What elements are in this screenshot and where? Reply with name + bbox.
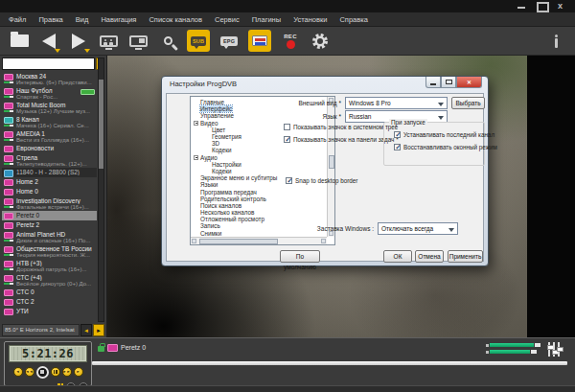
next-satellite-button[interactable]: ►: [93, 324, 104, 336]
channel-list-item[interactable]: УТИ: [2, 307, 97, 316]
open-button[interactable]: [9, 29, 30, 54]
settings-button[interactable]: [310, 29, 331, 54]
maximize-icon[interactable]: [536, 2, 546, 10]
desktop-mode-button[interactable]: [127, 29, 149, 54]
folder-icon: [11, 35, 29, 47]
channel-list-item[interactable]: Евроновости: [2, 144, 97, 153]
close-icon[interactable]: x: [555, 2, 565, 10]
ok-button[interactable]: ОК: [383, 250, 412, 263]
option-checkbox-row[interactable]: Показывать значок на панели задач *: [284, 135, 399, 144]
multiview-button[interactable]: [98, 29, 119, 54]
appearance-combobox[interactable]: Windows 8 Pro: [345, 97, 448, 109]
stop-button[interactable]: [36, 366, 49, 379]
previous-satellite-button[interactable]: ◄: [80, 324, 92, 336]
scrollbar-thumb[interactable]: [99, 80, 104, 169]
channel-name: СТС 0: [16, 288, 95, 295]
channel-list-item[interactable]: Наш Футбол Спартак - Рос...: [2, 86, 97, 101]
info-button[interactable]: [545, 29, 566, 54]
minimize-icon[interactable]: [517, 2, 527, 10]
subtitles-button[interactable]: SUB: [187, 30, 210, 52]
channel-list-item[interactable]: Home 2: [2, 177, 97, 187]
startup-checkbox-row[interactable]: Устанавливать последний канал: [394, 130, 497, 139]
scrollbar-thumb[interactable]: [329, 155, 334, 169]
tree-item[interactable]: Кодеки: [193, 168, 326, 174]
startup-checkbox[interactable]: [394, 131, 401, 138]
next-channel-button[interactable]: [68, 29, 89, 54]
dialog-maximize-icon[interactable]: [441, 77, 456, 88]
seek-bar[interactable]: [92, 361, 567, 365]
screensaver-label: Заставка Windows :: [282, 222, 374, 235]
snap-checkbox-row[interactable]: Snap to desktop border: [286, 176, 357, 185]
tree-item[interactable]: Кодеки: [193, 147, 326, 153]
epg-button[interactable]: EPG: [218, 29, 240, 54]
menu-item[interactable]: Справка: [339, 15, 367, 24]
record-button[interactable]: REC: [280, 29, 301, 54]
startup-checkbox-row[interactable]: Восстанавливать оконный режим: [394, 143, 497, 151]
channel-search-input[interactable]: [2, 58, 95, 70]
channel-list-item[interactable]: AMEDIA 1 Вести из Голливуда (16+)...: [2, 129, 97, 144]
channel-list-item[interactable]: СТС 0: [2, 288, 97, 297]
channel-list-item[interactable]: Peretz 2: [2, 220, 97, 230]
tree-item[interactable]: Родительский контроль: [193, 196, 326, 202]
previous-track-button[interactable]: ◄: [13, 367, 23, 377]
channel-list-item[interactable]: Home 0: [2, 187, 97, 196]
scroll-right-icon[interactable]: [321, 239, 326, 243]
channel-list-item[interactable]: Стрела Телепутеводитель. (12+)...: [2, 153, 97, 168]
next-track-button[interactable]: ►: [74, 367, 83, 377]
screensaver-combobox[interactable]: Отключать всегда: [378, 222, 458, 235]
search-button[interactable]: [157, 29, 178, 54]
channel-list-item[interactable]: Peretz 0: [2, 211, 97, 220]
tree-expander-icon[interactable]: [194, 155, 198, 160]
current-channel-label: Peretz 0: [121, 344, 146, 351]
scrollbar-thumb[interactable]: [199, 239, 278, 244]
scroll-left-icon[interactable]: [192, 239, 196, 243]
channel-list-item[interactable]: 8 Канал Мачеха (16+) Сериал. Се...: [2, 115, 97, 129]
menu-item[interactable]: Установки: [293, 15, 327, 24]
equalizer-icon[interactable]: [546, 342, 562, 357]
menu-item[interactable]: Сервис: [215, 15, 240, 24]
channel-list-item[interactable]: Investigation Discovery Фатальные встреч…: [2, 196, 97, 211]
channel-list-item[interactable]: Общественное ТВ России Теория невероятно…: [2, 244, 97, 259]
menu-item[interactable]: Правка: [38, 15, 62, 24]
channel-list-item[interactable]: 11840 - H - 28800 (S2): [2, 168, 97, 177]
channel-list-item[interactable]: Москва 24 Интервью. (6+) Представи...: [2, 72, 97, 86]
tree-item[interactable]: Аудио: [193, 154, 326, 161]
tree-item[interactable]: Поиск каналов: [193, 202, 326, 209]
tree-horizontal-scrollbar[interactable]: [191, 237, 327, 244]
channel-list-item[interactable]: Total Music Boom Музыка (12+) Лучшие муз…: [2, 101, 97, 115]
channel-list-item[interactable]: НТВ (+3) Дорожный патруль (16+)...: [2, 259, 97, 273]
fast-forward-button[interactable]: ►►: [62, 367, 72, 377]
tree-item-label: Цвет: [212, 127, 225, 133]
menu-item[interactable]: Плагины: [252, 15, 281, 24]
menu-item[interactable]: Файл: [9, 15, 26, 24]
pause-button[interactable]: [51, 367, 60, 377]
tree-expander-icon[interactable]: [194, 121, 198, 126]
channel-list-item[interactable]: СТС (+4) Весёлое диноутро (0+) До...: [2, 273, 97, 288]
menu-item[interactable]: Список каналов: [149, 15, 202, 24]
defaults-button[interactable]: По умолчанию: [280, 250, 320, 263]
choose-skin-button[interactable]: Выбрать: [451, 97, 485, 109]
previous-channel-button[interactable]: [38, 29, 59, 54]
channel-icon: [4, 179, 13, 186]
startup-checkbox[interactable]: [394, 144, 401, 150]
tree-item[interactable]: Программа передач: [193, 188, 326, 195]
cancel-button[interactable]: Отмена: [415, 250, 444, 263]
channel-list-item[interactable]: СТС 2: [2, 297, 97, 307]
program-progress-bar: [4, 206, 13, 208]
menu-item[interactable]: Вид: [76, 15, 89, 24]
apply-button[interactable]: Применить: [448, 250, 483, 263]
tree-item[interactable]: Настройки: [193, 161, 326, 168]
option-checkbox-row[interactable]: Показывать значок в системном трее: [284, 123, 398, 131]
rewind-button[interactable]: ◄◄: [25, 367, 34, 377]
teletext-button[interactable]: [248, 30, 271, 52]
option-checkbox[interactable]: [284, 136, 290, 143]
menu-item[interactable]: Навигация: [101, 15, 136, 24]
snap-checkbox[interactable]: [286, 177, 292, 184]
tree-item[interactable]: Несколько каналов: [193, 209, 326, 216]
dialog-close-icon[interactable]: ✕: [456, 77, 482, 88]
option-checkbox[interactable]: [284, 124, 290, 130]
channel-list-item[interactable]: Animal Planet HD Дикие и опасные (16+) П…: [2, 230, 97, 244]
channel-program: Дикие и опасные (16+) По...: [16, 238, 95, 244]
channel-list-scrollbar[interactable]: [98, 58, 104, 322]
dialog-minimize-icon[interactable]: [426, 77, 441, 88]
